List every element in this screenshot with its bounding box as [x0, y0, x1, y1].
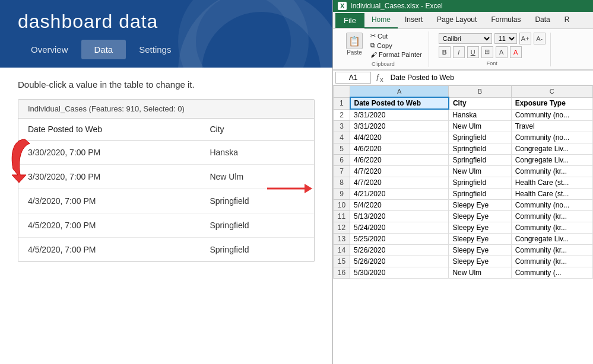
cell-b2[interactable]: Hanska	[449, 109, 511, 121]
cell-c11[interactable]: Community (kr...	[511, 211, 592, 222]
ribbon-data-tab[interactable]: Data	[528, 12, 557, 28]
copy-button[interactable]: ⧉ Copy	[369, 41, 424, 50]
cut-label: Cut	[378, 33, 388, 40]
cell-a1[interactable]: Date Posted to Web	[350, 97, 449, 109]
cell-c4[interactable]: Community (no...	[511, 132, 592, 143]
format-painter-button[interactable]: 🖌 Format Painter	[369, 50, 424, 59]
cell-a16[interactable]: 5/30/2020	[350, 267, 449, 279]
excel-title: Individual_Cases.xlsx - Excel	[350, 2, 442, 10]
row-num-9: 9	[334, 189, 350, 200]
fill-color-button[interactable]: A	[496, 46, 508, 58]
font-grow-button[interactable]: A+	[519, 33, 531, 44]
font-name-row: Calibri 11 A+ A-	[439, 33, 546, 44]
cell-c3[interactable]: Travel	[511, 121, 592, 132]
ribbon-clipboard-group: 📋 Paste ✂ Cut ⧉ Copy	[338, 31, 429, 67]
cell-b13[interactable]: Sleepy Eye	[449, 234, 511, 245]
cell-c2[interactable]: Community (no...	[511, 109, 592, 121]
cell-b1[interactable]: City	[449, 97, 511, 109]
ribbon-formulas-tab[interactable]: Formulas	[484, 12, 528, 28]
font-color-button[interactable]: A	[510, 46, 522, 58]
paste-label: Paste	[347, 49, 362, 56]
font-name-select[interactable]: Calibri	[439, 33, 492, 44]
clipboard-actions: ✂ Cut ⧉ Copy 🖌 Format Painter	[369, 31, 424, 59]
excel-data-row: 15 5/26/2020 Sleepy Eye Community (kr...	[334, 256, 593, 267]
cell-city: Hanska	[200, 141, 314, 165]
cell-a12[interactable]: 5/24/2020	[350, 222, 449, 234]
cell-b3[interactable]: New Ulm	[449, 121, 511, 132]
corner-cell	[334, 86, 350, 98]
ribbon-home-tab[interactable]: Home	[364, 12, 398, 28]
cell-a8[interactable]: 4/7/2020	[350, 177, 449, 189]
bold-button[interactable]: B	[439, 46, 451, 58]
cell-a5[interactable]: 4/6/2020	[350, 143, 449, 155]
col-header-date: Date Posted to Web	[18, 119, 200, 141]
tab-settings[interactable]: Settings	[126, 40, 184, 59]
cell-b4[interactable]: Springfield	[449, 132, 511, 143]
cell-ref-input[interactable]	[335, 72, 371, 84]
cell-c5[interactable]: Congregate Liv...	[511, 143, 592, 155]
ribbon-r-tab[interactable]: R	[557, 12, 577, 28]
arrow-annotation-right	[266, 180, 313, 197]
cell-b7[interactable]: New Ulm	[449, 166, 511, 177]
cell-c13[interactable]: Congregate Liv...	[511, 234, 592, 245]
tab-overview[interactable]: Overview	[18, 40, 81, 59]
cell-c10[interactable]: Community (no...	[511, 200, 592, 211]
cell-c7[interactable]: Community (kr...	[511, 166, 592, 177]
table-row[interactable]: 3/30/2020, 7:00 PM Hanska	[18, 141, 314, 165]
col-header-c[interactable]: C	[511, 86, 592, 98]
cell-b12[interactable]: Sleepy Eye	[449, 222, 511, 234]
arrow-annotation-left	[7, 136, 43, 184]
svg-marker-1	[305, 184, 312, 193]
col-header-b[interactable]: B	[449, 86, 511, 98]
cell-b11[interactable]: Sleepy Eye	[449, 211, 511, 222]
font-size-select[interactable]: 11	[494, 33, 517, 44]
instruction-text: Double-click a value in the table to cha…	[18, 79, 315, 90]
ribbon-page-layout-tab[interactable]: Page Layout	[430, 12, 484, 28]
excel-data-row: 8 4/7/2020 Springfield Health Care (st..…	[334, 177, 593, 189]
excel-ribbon-tabs: File Home Insert Page Layout Formulas Da…	[333, 12, 593, 29]
italic-button[interactable]: I	[453, 46, 465, 58]
border-button[interactable]: ⊞	[481, 46, 493, 58]
cell-c12[interactable]: Community (kr...	[511, 222, 592, 234]
cell-b16[interactable]: New Ulm	[449, 267, 511, 279]
excel-grid-wrapper[interactable]: A B C 1 Date Posted to Web City Exposure…	[333, 85, 593, 364]
cell-c6[interactable]: Congregate Liv...	[511, 155, 592, 166]
cell-a3[interactable]: 3/31/2020	[350, 121, 449, 132]
cell-a6[interactable]: 4/6/2020	[350, 155, 449, 166]
cell-c9[interactable]: Health Care (st...	[511, 189, 592, 200]
app-header: dashboard data Overview Data Settings	[0, 0, 332, 68]
cell-c8[interactable]: Health Care (st...	[511, 177, 592, 189]
cell-b5[interactable]: Springfield	[449, 143, 511, 155]
col-header-a[interactable]: A	[350, 86, 449, 98]
ribbon-insert-tab[interactable]: Insert	[398, 12, 430, 28]
cell-c14[interactable]: Community (kr...	[511, 245, 592, 256]
font-shrink-button[interactable]: A-	[534, 33, 546, 44]
cell-b10[interactable]: Sleepy Eye	[449, 200, 511, 211]
cell-a15[interactable]: 5/26/2020	[350, 256, 449, 267]
formula-input[interactable]	[388, 72, 591, 83]
cell-a10[interactable]: 5/4/2020	[350, 200, 449, 211]
cell-a13[interactable]: 5/25/2020	[350, 234, 449, 245]
cell-b6[interactable]: Springfield	[449, 155, 511, 166]
cell-a7[interactable]: 4/7/2020	[350, 166, 449, 177]
cell-c1[interactable]: Exposure Type	[511, 97, 592, 109]
cell-a9[interactable]: 4/21/2020	[350, 189, 449, 200]
row-num-14: 14	[334, 245, 350, 256]
cell-b15[interactable]: Sleepy Eye	[449, 256, 511, 267]
cell-a4[interactable]: 4/4/2020	[350, 132, 449, 143]
cell-b8[interactable]: Springfield	[449, 177, 511, 189]
cell-b9[interactable]: Springfield	[449, 189, 511, 200]
table-row[interactable]: 4/5/2020, 7:00 PM Springfield	[18, 213, 314, 238]
cell-a2[interactable]: 3/31/2020	[350, 109, 449, 121]
cell-b14[interactable]: Sleepy Eye	[449, 245, 511, 256]
paste-button[interactable]: 📋 Paste	[343, 31, 366, 59]
underline-button[interactable]: U	[467, 46, 479, 58]
cell-c16[interactable]: Community (...	[511, 267, 592, 279]
cut-button[interactable]: ✂ Cut	[369, 31, 424, 40]
ribbon-file-tab[interactable]: File	[335, 13, 364, 28]
cell-a11[interactable]: 5/13/2020	[350, 211, 449, 222]
cell-c15[interactable]: Community (kr...	[511, 256, 592, 267]
cell-a14[interactable]: 5/26/2020	[350, 245, 449, 256]
tab-data[interactable]: Data	[81, 40, 126, 59]
table-row[interactable]: 4/5/2020, 7:00 PM Springfield	[18, 238, 314, 262]
